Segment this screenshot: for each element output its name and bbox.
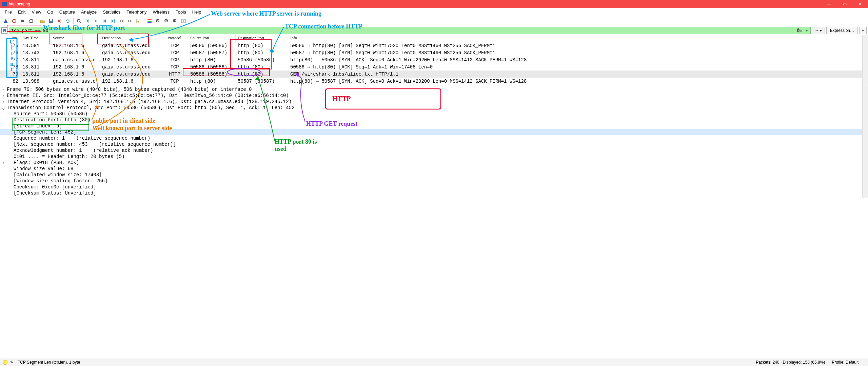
menu-tools[interactable]: Tools xyxy=(173,9,189,15)
toolbar-autoscroll-icon[interactable] xyxy=(135,17,142,25)
detail-winsize[interactable]: Window size value: 68 xyxy=(0,166,868,172)
svg-marker-14 xyxy=(112,19,114,23)
detail-dst-port[interactable]: Destination Port: http (80) xyxy=(0,117,868,123)
menu-analyze[interactable]: Analyze xyxy=(78,9,99,15)
toolbar-start-icon[interactable] xyxy=(19,17,26,25)
toolbar-jump-next-icon[interactable] xyxy=(109,17,117,25)
detail-frame[interactable]: Frame 79: 506 bytes on wire (4048 bits),… xyxy=(0,86,868,93)
toolbar-close-icon[interactable] xyxy=(56,17,63,25)
toolbar-prev-icon[interactable] xyxy=(84,17,91,25)
menu-view[interactable]: View xyxy=(29,9,44,15)
packet-row[interactable]: 7713.811gaia.cs.umass.e…192.168.1.6TCPht… xyxy=(0,56,868,63)
toolbar-capture-options-icon[interactable] xyxy=(11,17,18,25)
col-src[interactable]: Source xyxy=(51,35,100,42)
packet-row[interactable]: 7613.743192.168.1.6gaia.cs.umass.eduTCP5… xyxy=(0,49,868,56)
toolbar-goto-first-icon[interactable] xyxy=(118,17,125,25)
svg-rect-22 xyxy=(147,19,152,20)
packet-details-pane[interactable]: Frame 79: 506 bytes on wire (4048 bits),… xyxy=(0,85,868,198)
maximize-button[interactable]: ▭ xyxy=(837,0,852,8)
filter-add-button[interactable]: + xyxy=(859,27,867,34)
display-filter-input[interactable]: tcp.port == 80 �× ▾ xyxy=(9,27,811,34)
filter-bar: tcp.port == 80 �× ▾ → ▾ Expression… + xyxy=(0,26,868,35)
details-scrollbar[interactable] xyxy=(862,85,868,198)
menu-capture[interactable]: Capture xyxy=(57,9,78,15)
window-title: http.pcapng xyxy=(9,2,821,6)
toolbar-reload-icon[interactable] xyxy=(64,17,72,25)
edit-icon[interactable]: ✎ xyxy=(10,360,14,365)
menu-go[interactable]: Go xyxy=(44,9,56,15)
status-bar: ✎ TCP Segment Len (tcp.len), 1 byte Pack… xyxy=(0,358,868,366)
svg-rect-15 xyxy=(114,19,115,23)
detail-calcwin[interactable]: [Calculated window size: 17408] xyxy=(0,172,868,178)
svg-marker-19 xyxy=(130,19,132,23)
col-sprt[interactable]: Source Port xyxy=(188,35,236,42)
svg-marker-0 xyxy=(4,19,8,23)
filter-apply-arrow[interactable]: → ▾ xyxy=(812,27,825,34)
svg-rect-32 xyxy=(181,19,183,23)
detail-tcp[interactable]: Transmission Control Protocol, Src Port:… xyxy=(0,105,868,111)
detail-seqnum[interactable]: Sequence number: 1 (relative sequence nu… xyxy=(0,135,868,141)
packet-row[interactable]: 7513.591192.168.1.6gaia.cs.umass.eduTCP5… xyxy=(0,42,868,49)
packet-list-scrollbar[interactable] xyxy=(862,35,868,85)
menu-statistics[interactable]: Statistics xyxy=(100,9,123,15)
svg-marker-11 xyxy=(95,19,97,23)
col-time[interactable]: Day Time xyxy=(20,35,51,42)
svg-marker-18 xyxy=(128,19,130,23)
detail-stream[interactable]: [Stream index: 9] xyxy=(0,123,868,129)
toolbar-zoom-out-icon[interactable] xyxy=(163,17,170,25)
detail-ethernet[interactable]: Ethernet II, Src: IntelCor_8c:ce:77 (5c:… xyxy=(0,93,868,99)
close-button[interactable]: ✕ xyxy=(852,0,868,8)
detail-cksum[interactable]: Checksum: 0xcc0c [unverified] xyxy=(0,184,868,190)
detail-flags[interactable]: Flags: 0x018 (PSH, ACK) xyxy=(0,160,868,166)
toolbar-restart-icon[interactable] xyxy=(27,17,35,25)
detail-src-port[interactable]: Source Port: 50586 (50586) xyxy=(0,111,868,117)
toolbar-open-icon[interactable] xyxy=(39,17,46,25)
menu-help[interactable]: Help xyxy=(190,9,204,15)
menu-telephony[interactable]: Telephony xyxy=(124,9,149,15)
main-toolbar: 1 xyxy=(0,16,868,26)
toolbar-next-icon[interactable] xyxy=(92,17,100,25)
detail-ip[interactable]: Internet Protocol Version 4, Src: 192.16… xyxy=(0,99,868,105)
title-bar: http.pcapng — ▭ ✕ xyxy=(0,0,868,8)
svg-line-9 xyxy=(80,22,81,23)
detail-hdrlen[interactable]: 0101 .... = Header Length: 20 bytes (5) xyxy=(0,154,868,160)
menu-edit[interactable]: Edit xyxy=(15,9,28,15)
svg-rect-13 xyxy=(103,19,103,23)
menu-file[interactable]: File xyxy=(2,9,15,15)
detail-acknum[interactable]: Acknowledgment number: 1 (relative ack n… xyxy=(0,147,868,154)
packet-row[interactable]: 7813.811192.168.1.6gaia.cs.umass.eduTCP5… xyxy=(0,63,868,70)
col-info[interactable]: Info xyxy=(288,35,868,42)
toolbar-save-icon[interactable] xyxy=(47,17,55,25)
toolbar-find-icon[interactable] xyxy=(75,17,83,25)
minimize-button[interactable]: — xyxy=(821,0,837,8)
menu-bar: File Edit View Go Capture Analyze Statis… xyxy=(0,8,868,16)
col-prot[interactable]: Protocol xyxy=(161,35,188,42)
svg-rect-5 xyxy=(50,19,52,21)
packet-row[interactable]: 8213.988gaia.cs.umass.e…192.168.1.6TCPht… xyxy=(0,78,868,85)
expression-button[interactable]: Expression… xyxy=(826,27,858,34)
toolbar-jump-prev-icon[interactable] xyxy=(101,17,108,25)
svg-point-1 xyxy=(13,19,16,23)
menu-wireless[interactable]: Wireless xyxy=(150,9,173,15)
col-dprt[interactable]: Destination Port xyxy=(236,35,288,42)
toolbar-zoom-in-icon[interactable] xyxy=(154,17,162,25)
status-profile[interactable]: Profile: Default xyxy=(832,360,859,365)
detail-seglen[interactable]: [TCP Segment Len: 452] xyxy=(0,129,868,135)
svg-point-8 xyxy=(77,19,80,22)
toolbar-colorize-icon[interactable] xyxy=(146,17,153,25)
toolbar-goto-last-icon[interactable] xyxy=(126,17,134,25)
col-no[interactable]: No. xyxy=(0,35,20,42)
detail-nextseq[interactable]: [Next sequence number: 453 (relative seq… xyxy=(0,141,868,147)
detail-ckstat[interactable]: [Checksum Status: Unverified] xyxy=(0,190,868,196)
toolbar-resize-cols-icon[interactable] xyxy=(180,17,187,25)
filter-bookmark-icon[interactable] xyxy=(1,27,7,34)
packet-row[interactable]: 7913.811192.168.1.6gaia.cs.umass.eduHTTP… xyxy=(0,70,868,78)
toolbar-shark-icon[interactable] xyxy=(2,17,9,25)
detail-winscale[interactable]: [Window size scaling factor: 256] xyxy=(0,178,868,184)
filter-clear-icon[interactable]: �× ▾ xyxy=(797,28,808,33)
svg-marker-16 xyxy=(119,19,121,23)
packet-list[interactable]: No. Day Time Source Destination Protocol… xyxy=(0,35,868,85)
col-dst[interactable]: Destination xyxy=(100,35,161,42)
expert-info-icon[interactable] xyxy=(3,360,7,365)
toolbar-zoom-reset-icon[interactable]: 1 xyxy=(171,17,179,25)
